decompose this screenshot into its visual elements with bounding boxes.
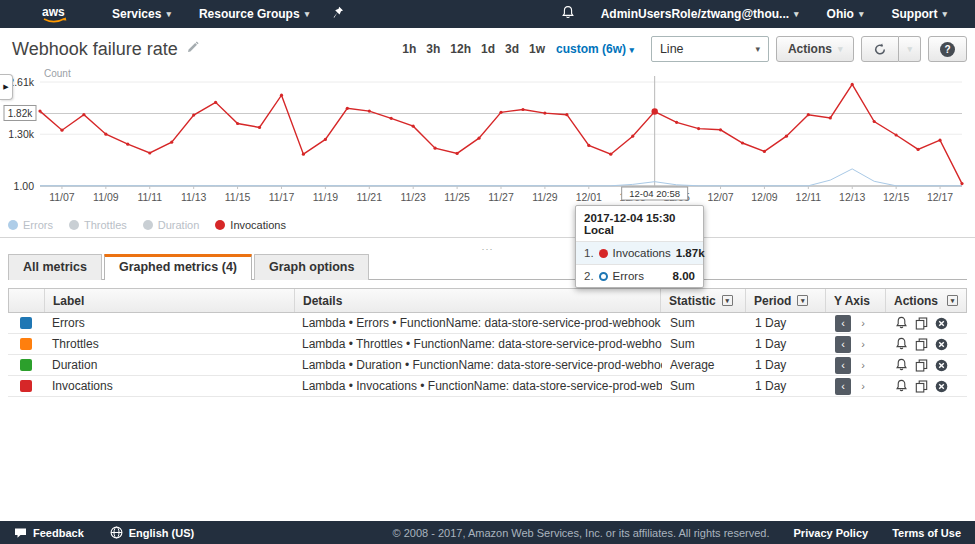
metric-period-cell[interactable]: 1 Day — [747, 316, 827, 330]
panel-divider: ··· — [0, 237, 975, 249]
remove-metric-icon[interactable] — [935, 317, 948, 330]
header-statistic[interactable]: Statistic▾ — [661, 289, 746, 312]
privacy-policy-link[interactable]: Privacy Policy — [794, 527, 869, 539]
legend-item-duration[interactable]: Duration — [143, 219, 200, 231]
metric-statistic-cell[interactable]: Sum — [662, 337, 747, 351]
create-alarm-icon[interactable] — [895, 316, 908, 330]
metric-period-cell[interactable]: 1 Day — [747, 358, 827, 372]
legend-item-invocations[interactable]: Invocations — [215, 219, 286, 231]
aws-logo[interactable]: aws — [38, 4, 70, 24]
nav-region-menu[interactable]: Ohio ▾ — [813, 7, 878, 21]
yaxis-left-button[interactable]: ‹ — [835, 336, 851, 353]
table-row-duration: DurationLambda • Duration • FunctionName… — [8, 355, 967, 376]
remove-metric-icon[interactable] — [935, 380, 948, 393]
time-range-1h[interactable]: 1h — [402, 42, 416, 56]
time-range-1d[interactable]: 1d — [481, 42, 495, 56]
svg-text:11/21: 11/21 — [357, 191, 383, 203]
refresh-button[interactable] — [861, 36, 899, 62]
tab-all-metrics[interactable]: All metrics — [8, 254, 102, 280]
chevron-down-icon: ▾ — [629, 45, 634, 55]
tab-graphed-metrics-4[interactable]: Graphed metrics (4) — [104, 254, 252, 280]
nav-user-menu[interactable]: AdminUsersRole/ztwang@thou... ▾ — [587, 7, 813, 21]
footer: Feedback English (US) © 2008 - 2017, Ama… — [0, 521, 975, 544]
legend-item-errors[interactable]: Errors — [8, 219, 53, 231]
duplicate-metric-icon[interactable] — [915, 380, 928, 393]
remove-metric-icon[interactable] — [935, 359, 948, 372]
resize-handle[interactable]: ··· — [482, 244, 494, 254]
nav-services[interactable]: Services ▾ — [98, 7, 185, 21]
metric-label-cell[interactable]: Errors — [44, 316, 294, 330]
metric-statistic-cell[interactable]: Average — [662, 358, 747, 372]
chart-type-select[interactable]: Line ▾ — [651, 36, 769, 62]
header-details[interactable]: Details — [295, 289, 661, 312]
metric-color-swatch[interactable] — [20, 359, 32, 371]
legend-item-throttles[interactable]: Throttles — [69, 219, 127, 231]
yaxis-right-button[interactable]: › — [855, 357, 871, 374]
custom-range-link[interactable]: custom (6w) ▾ — [556, 42, 634, 56]
nav-right-group: AdminUsersRole/ztwang@thou... ▾ Ohio ▾ S… — [549, 5, 961, 23]
metric-label-cell[interactable]: Invocations — [44, 379, 294, 393]
metric-color-swatch[interactable] — [20, 317, 32, 329]
yaxis-right-button[interactable]: › — [855, 315, 871, 332]
notifications-bell-icon[interactable] — [549, 5, 587, 23]
pushpin-icon[interactable] — [323, 6, 354, 22]
time-range-12h[interactable]: 12h — [450, 42, 471, 56]
nav-resource-groups[interactable]: Resource Groups ▾ — [185, 7, 323, 21]
edit-all-dropdown-icon[interactable]: ▾ — [722, 295, 733, 306]
metric-statistic-cell[interactable]: Sum — [662, 316, 747, 330]
metric-statistic-cell[interactable]: Sum — [662, 379, 747, 393]
time-range-1w[interactable]: 1w — [529, 42, 545, 56]
create-alarm-icon[interactable] — [895, 358, 908, 372]
time-range-3h[interactable]: 3h — [426, 42, 440, 56]
chevron-down-icon: ▾ — [305, 9, 310, 19]
edit-all-dropdown-icon[interactable]: ▾ — [947, 295, 958, 306]
create-alarm-icon[interactable] — [895, 379, 908, 393]
metric-period-cell[interactable]: 1 Day — [747, 337, 827, 351]
svg-text:1.30k: 1.30k — [8, 128, 34, 140]
yaxis-right-button[interactable]: › — [855, 336, 871, 353]
metric-color-swatch[interactable] — [20, 338, 32, 350]
edit-all-dropdown-icon[interactable]: ▾ — [797, 295, 808, 306]
header-y-axis[interactable]: Y Axis — [826, 289, 886, 312]
time-range-group: 1h3h12h1d3d1w — [402, 42, 545, 56]
language-selector[interactable]: English (US) — [110, 526, 194, 539]
help-button[interactable]: ? — [928, 36, 967, 62]
metric-label-cell[interactable]: Duration — [44, 358, 294, 372]
refresh-icon — [873, 43, 887, 56]
nav-support-menu[interactable]: Support ▾ — [877, 7, 961, 21]
page-title: Webhook failure rate — [12, 39, 178, 60]
yaxis-left-button[interactable]: ‹ — [835, 315, 851, 332]
create-alarm-icon[interactable] — [895, 337, 908, 351]
expand-sidebar-arrow[interactable]: ▶ — [0, 74, 13, 100]
header-label[interactable]: Label — [45, 289, 295, 312]
feedback-button[interactable]: Feedback — [14, 527, 84, 539]
duplicate-metric-icon[interactable] — [915, 359, 928, 372]
yaxis-left-button[interactable]: ‹ — [835, 378, 851, 395]
refresh-options-button[interactable]: ▾ — [899, 36, 921, 62]
metric-label-cell[interactable]: Throttles — [44, 337, 294, 351]
yaxis-left-button[interactable]: ‹ — [835, 357, 851, 374]
metric-actions-cell — [887, 358, 967, 372]
metrics-line-chart[interactable]: 11/0711/0911/1111/1311/1511/1711/1911/21… — [0, 66, 975, 216]
legend-label: Invocations — [230, 219, 286, 231]
metric-yaxis-cell: ‹› — [827, 378, 887, 395]
header-actions[interactable]: Actions▾ — [886, 289, 966, 312]
legend-dot-icon — [8, 220, 18, 230]
actions-button[interactable]: Actions ▾ — [776, 36, 855, 62]
yaxis-right-button[interactable]: › — [855, 378, 871, 395]
metric-period-cell[interactable]: 1 Day — [747, 379, 827, 393]
tab-graph-options[interactable]: Graph options — [254, 254, 369, 280]
copyright-text: © 2008 - 2017, Amazon Web Services, Inc.… — [393, 527, 770, 539]
duplicate-metric-icon[interactable] — [915, 317, 928, 330]
header-period[interactable]: Period▾ — [746, 289, 826, 312]
metric-color-swatch[interactable] — [20, 380, 32, 392]
speech-bubble-icon — [14, 527, 27, 539]
tooltip-row-label: Invocations — [613, 247, 671, 259]
duplicate-metric-icon[interactable] — [915, 338, 928, 351]
time-range-3d[interactable]: 3d — [505, 42, 519, 56]
edit-title-pencil-icon[interactable] — [186, 40, 199, 58]
metric-color-cell — [8, 317, 44, 329]
remove-metric-icon[interactable] — [935, 338, 948, 351]
terms-of-use-link[interactable]: Terms of Use — [892, 527, 961, 539]
svg-text:11/19: 11/19 — [313, 191, 339, 203]
